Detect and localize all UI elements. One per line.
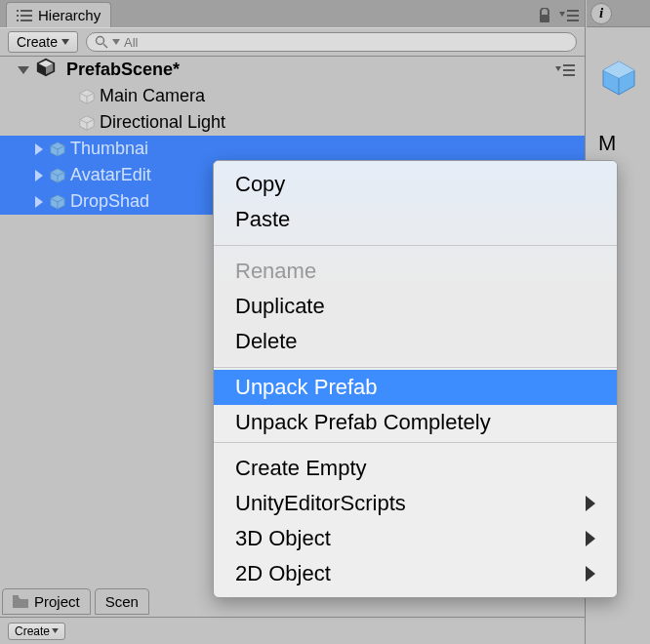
dropdown-caret-icon (61, 39, 69, 45)
scene-name-label: PrefabScene* (66, 60, 180, 80)
ctx-separator (214, 245, 617, 246)
project-tab[interactable]: Project (2, 588, 91, 615)
panel-options-icon[interactable] (559, 9, 579, 22)
gameobject-label: Main Camera (100, 86, 205, 106)
ctx-duplicate[interactable]: Duplicate (214, 289, 617, 324)
ctx-3d-object[interactable]: 3D Object (214, 521, 617, 556)
bottom-toolbar: Create (0, 617, 585, 644)
lock-icon[interactable] (538, 8, 551, 23)
prefab-label: DropShad (70, 191, 149, 212)
scene-tab-label: Scen (105, 593, 139, 610)
search-scope-caret-icon (112, 39, 120, 45)
project-tab-label: Project (34, 593, 80, 610)
context-menu: Copy Paste Rename Duplicate Delete Unpac… (213, 160, 618, 598)
truncated-label: M (598, 131, 650, 156)
svg-marker-14 (112, 39, 120, 45)
ctx-delete[interactable]: Delete (214, 324, 617, 359)
ctx-separator (214, 367, 617, 368)
ctx-unity-editor-scripts[interactable]: UnityEditorScripts (214, 486, 617, 521)
bottom-tab-bar: Project Scen (2, 588, 149, 615)
create-button-bottom[interactable]: Create (8, 623, 65, 640)
ctx-2d-object[interactable]: 2D Object (214, 556, 617, 591)
foldout-icon[interactable] (35, 196, 43, 208)
foldout-icon[interactable] (18, 66, 29, 74)
gameobject-label: Directional Light (100, 112, 225, 133)
folder-icon (13, 595, 28, 608)
svg-rect-32 (13, 595, 19, 598)
submenu-arrow-icon (586, 496, 595, 511)
info-icon[interactable]: i (590, 3, 612, 24)
search-input[interactable] (124, 35, 568, 50)
prefab-row[interactable]: Thumbnai (0, 136, 585, 162)
unity-logo-icon (35, 57, 57, 83)
prefab-label: AvatarEdit (70, 165, 151, 185)
ctx-paste[interactable]: Paste (214, 202, 617, 237)
svg-marker-11 (61, 39, 69, 45)
prefab-icon (49, 141, 66, 158)
svg-marker-7 (559, 12, 565, 17)
gameobject-row[interactable]: Directional Light (0, 109, 585, 136)
hierarchy-search[interactable] (86, 32, 577, 52)
search-icon (95, 35, 108, 49)
prefab-icon (49, 193, 66, 211)
svg-rect-6 (540, 15, 549, 22)
ctx-create-empty[interactable]: Create Empty (214, 451, 617, 486)
scene-options-icon[interactable] (555, 63, 575, 77)
submenu-arrow-icon (586, 566, 595, 582)
foldout-icon[interactable] (35, 143, 43, 155)
hierarchy-icon (17, 9, 32, 22)
create-button-bottom-label: Create (15, 624, 50, 638)
submenu-arrow-icon (586, 531, 595, 546)
gameobject-row[interactable]: Main Camera (0, 83, 585, 109)
svg-point-12 (97, 37, 104, 45)
svg-line-13 (103, 44, 107, 48)
ctx-copy[interactable]: Copy (214, 167, 617, 202)
ctx-rename: Rename (214, 254, 617, 289)
create-button-label: Create (17, 34, 58, 50)
svg-marker-33 (52, 628, 59, 633)
prefab-icon (49, 167, 66, 184)
ctx-unpack-prefab[interactable]: Unpack Prefab (214, 370, 617, 405)
hierarchy-tab-label: Hierarchy (38, 7, 101, 23)
ctx-separator (214, 442, 617, 443)
hierarchy-tab[interactable]: Hierarchy (6, 2, 111, 27)
gameobject-icon (78, 88, 96, 105)
scene-row[interactable]: PrefabScene* (0, 57, 585, 83)
hierarchy-toolbar: Create (0, 27, 585, 57)
foldout-icon[interactable] (35, 170, 43, 181)
gameobject-icon (78, 114, 96, 132)
scene-tab[interactable]: Scen (95, 588, 149, 615)
ctx-unpack-prefab-completely[interactable]: Unpack Prefab Completely (214, 405, 617, 440)
svg-marker-18 (555, 66, 561, 71)
prefab-label: Thumbnai (70, 139, 148, 159)
hierarchy-tab-bar: Hierarchy (0, 0, 585, 27)
right-tab-region: i (587, 0, 650, 27)
create-button[interactable]: Create (8, 31, 78, 53)
dropdown-caret-icon (52, 628, 59, 633)
prefab-large-icon (599, 59, 638, 98)
